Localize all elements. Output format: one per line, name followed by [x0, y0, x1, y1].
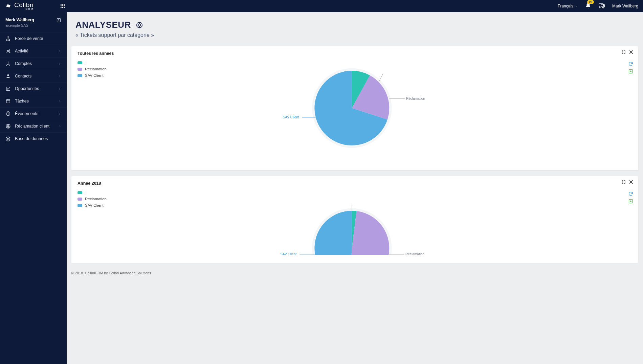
chevron-down-icon — [575, 5, 578, 8]
shuffle-icon — [5, 48, 11, 54]
sidebar-item-label: Opportunités — [15, 86, 58, 91]
chart-panel: Toutes les années - Réclamation SAV Clie… — [71, 46, 638, 170]
sidebar-nav: Force de vente Activité Comptes Contacts… — [0, 32, 67, 145]
sidebar-item-hierarchy[interactable]: Force de vente — [0, 32, 67, 45]
calendar-icon — [5, 98, 11, 104]
brand-sub: CRM — [14, 7, 34, 10]
messages-button[interactable] — [599, 3, 605, 10]
sidebar-item-person[interactable]: Contacts — [0, 70, 67, 82]
chevron-right-icon — [58, 75, 61, 78]
legend-label: Réclamation — [85, 67, 107, 71]
hierarchy-icon — [5, 36, 11, 41]
page-title: ANALYSEUR — [75, 20, 131, 30]
page-title-row: ANALYSEUR — [75, 20, 634, 30]
chart-icon — [5, 86, 11, 91]
sidebar-item-label: Force de vente — [15, 36, 61, 41]
sidebar-item-label: Comptes — [15, 61, 58, 66]
pie-chart: Réclamation SAV Client — [77, 57, 632, 162]
legend-label: Réclamation — [85, 197, 107, 201]
sidebar-item-calendar[interactable]: Tâches — [0, 95, 67, 107]
legend-label: - — [85, 61, 86, 65]
refresh-icon[interactable] — [628, 191, 634, 197]
close-icon[interactable] — [629, 50, 634, 54]
legend-swatch — [77, 61, 82, 64]
sidebar-item-label: Activité — [15, 49, 58, 53]
legend-item[interactable]: - — [77, 190, 632, 195]
sidebar-item-globe[interactable]: Réclamation client — [0, 120, 67, 132]
sidebar-item-label: Événements — [15, 111, 58, 116]
sidebar: Mark Wallberg Exemple SAS Force de vente… — [0, 12, 67, 364]
legend-swatch — [77, 204, 82, 207]
globe-icon — [5, 123, 11, 129]
sidebar-user-company: Exemple SAS — [5, 23, 34, 27]
close-icon[interactable] — [629, 180, 634, 184]
user-menu[interactable]: Mark Wallberg — [612, 4, 638, 8]
svg-text:Réclamation: Réclamation — [405, 252, 424, 255]
sidebar-item-label: Réclamation client — [15, 124, 58, 129]
export-icon[interactable] — [628, 199, 634, 204]
sidebar-user-name: Mark Wallberg — [5, 18, 34, 22]
help-icon[interactable] — [136, 21, 143, 29]
legend-label: SAV Client — [85, 73, 104, 77]
layers-icon — [5, 136, 11, 141]
sidebar-item-network[interactable]: Comptes — [0, 57, 67, 70]
topbar-right: Français 20 Mark Wallberg — [558, 3, 638, 10]
chevron-right-icon — [58, 100, 61, 103]
refresh-icon[interactable] — [628, 61, 634, 67]
export-icon[interactable] — [628, 69, 634, 74]
sidebar-item-shuffle[interactable]: Activité — [0, 45, 67, 57]
sidebar-item-layers[interactable]: Base de données — [0, 132, 67, 145]
expand-icon[interactable] — [621, 50, 626, 54]
sidebar-item-clock[interactable]: Événements — [0, 107, 67, 120]
chevron-right-icon — [58, 112, 61, 115]
sidebar-item-label: Contacts — [15, 74, 58, 78]
notification-badge: 20 — [587, 0, 594, 4]
chevron-right-icon — [58, 50, 61, 53]
person-icon — [5, 73, 11, 79]
pie-chart: Réclamation SAV Client — [77, 194, 632, 255]
sidebar-item-chart[interactable]: Opportunités — [0, 82, 67, 95]
chevron-right-icon — [58, 62, 61, 65]
contact-card-icon — [56, 18, 61, 23]
bird-icon — [5, 2, 12, 10]
legend-label: SAV Client — [85, 203, 104, 207]
chart-panel: Année 2018 - Réclamation SAV Client — [71, 176, 638, 263]
sidebar-item-label: Base de données — [15, 136, 61, 141]
main-content: ANALYSEUR « Tickets support par catégori… — [67, 12, 643, 364]
svg-text:SAV Client: SAV Client — [283, 115, 299, 119]
panel-title: Toutes les années — [77, 51, 114, 56]
topbar: Colibri CRM Français 20 Mark Wallberg — [0, 0, 643, 12]
sidebar-user-block[interactable]: Mark Wallberg Exemple SAS — [0, 12, 67, 32]
network-icon — [5, 61, 11, 66]
chevron-right-icon — [58, 87, 61, 90]
grid-icon — [60, 3, 65, 8]
expand-icon[interactable] — [621, 180, 626, 184]
legend-label: - — [85, 190, 86, 195]
panel-title: Année 2018 — [77, 181, 101, 186]
page-header: ANALYSEUR « Tickets support par catégori… — [67, 12, 643, 43]
sidebar-item-label: Tâches — [15, 99, 58, 104]
footer-text: © 2018. ColibriCRM by Colibri Advanced S… — [67, 269, 643, 277]
legend-swatch — [77, 198, 82, 201]
legend-swatch — [77, 68, 82, 71]
legend-swatch — [77, 74, 82, 77]
page-subtitle: « Tickets support par catégorie » — [75, 32, 634, 38]
language-selector[interactable]: Français — [558, 4, 578, 8]
clock-icon — [5, 111, 11, 116]
chat-icon — [599, 3, 605, 9]
chevron-right-icon — [58, 125, 61, 128]
svg-text:Réclamation: Réclamation — [406, 97, 425, 100]
apps-button[interactable] — [60, 3, 65, 9]
svg-text:SAV Client: SAV Client — [280, 252, 296, 255]
brand-logo[interactable]: Colibri CRM — [0, 2, 67, 10]
legend-swatch — [77, 191, 82, 194]
language-label: Français — [558, 4, 573, 8]
notifications-button[interactable]: 20 — [585, 3, 591, 10]
